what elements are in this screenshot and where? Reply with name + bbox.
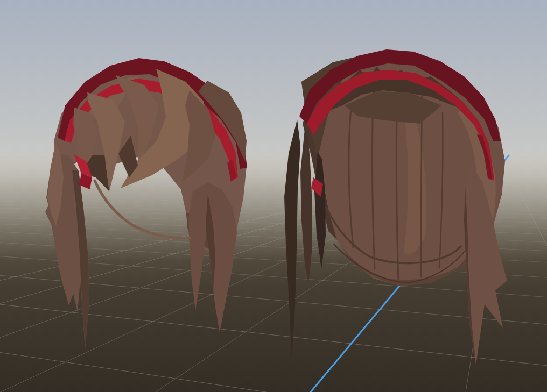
viewport-canvas[interactable] [0,0,547,392]
viewport-3d[interactable] [0,0,547,392]
